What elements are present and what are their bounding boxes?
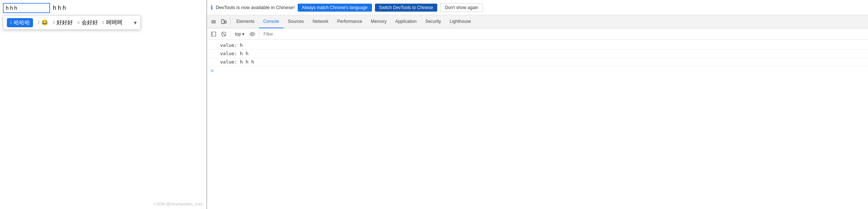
toolbar-separator: [230, 31, 231, 37]
input-area: h h h: [3, 3, 66, 13]
devtools-tabs-bar: Elements Console Sources Network Perform…: [207, 15, 868, 28]
console-line-1: value: h: [207, 41, 868, 50]
autocomplete-arrow[interactable]: ▾: [134, 19, 137, 26]
console-prompt[interactable]: >: [207, 66, 868, 75]
item-num-5: 5: [102, 20, 104, 25]
tab-network[interactable]: Network: [308, 15, 333, 28]
autocomplete-item-1[interactable]: 1 哈哈哈: [7, 18, 33, 27]
svg-rect-3: [222, 20, 224, 24]
svg-rect-6: [211, 32, 213, 36]
autocomplete-item-3[interactable]: 3 好好好: [53, 19, 73, 26]
input-display: h h h: [53, 5, 66, 11]
svg-line-8: [222, 32, 226, 36]
console-sidebar-toggle[interactable]: [209, 30, 218, 38]
devtools-panel: ℹ DevTools is now available in Chinese! …: [207, 0, 868, 209]
svg-rect-4: [225, 21, 226, 23]
console-line-2: value: h h: [207, 50, 868, 58]
item-num-4: 4: [77, 20, 79, 25]
devtools-settings-icon[interactable]: [208, 17, 219, 27]
console-toolbar: top ▾: [207, 28, 868, 40]
item-num-3: 3: [53, 20, 55, 25]
autocomplete-dropdown: 1 哈哈哈 2 😂 3 好好好 4 会好好 5 呵呵呵 ▾: [3, 15, 141, 30]
browser-page: h h h 1 哈哈哈 2 😂 3 好好好 4 会好好 5 呵呵呵 ▾ CSDN…: [0, 0, 207, 209]
tab-security[interactable]: Security: [421, 15, 445, 28]
tab-console[interactable]: Console: [259, 15, 284, 28]
item-text-2: 😂: [41, 19, 48, 26]
autocomplete-item-2[interactable]: 2 😂: [37, 19, 48, 26]
devtools-device-icon[interactable]: [219, 17, 229, 27]
tab-lighthouse[interactable]: Lighthouse: [445, 15, 475, 28]
console-clear-button[interactable]: [219, 30, 228, 38]
context-arrow-icon: ▾: [242, 32, 244, 37]
tab-memory[interactable]: Memory: [367, 15, 391, 28]
tab-performance[interactable]: Performance: [333, 15, 367, 28]
item-text-1: 哈哈哈: [14, 19, 30, 26]
search-input[interactable]: [3, 3, 50, 13]
filter-input[interactable]: [261, 31, 866, 37]
tab-elements[interactable]: Elements: [232, 15, 259, 28]
tab-application[interactable]: Application: [391, 15, 421, 28]
info-bar: ℹ DevTools is now available in Chinese! …: [207, 0, 868, 15]
context-selector[interactable]: top ▾: [233, 31, 247, 37]
console-line-3: value: h h h: [207, 58, 868, 66]
dont-show-again-button[interactable]: Don't show again: [440, 3, 483, 12]
always-match-language-button[interactable]: Always match Chrome's language: [298, 4, 372, 12]
autocomplete-item-4[interactable]: 4 会好好: [77, 19, 98, 26]
console-eye-button[interactable]: [248, 30, 257, 38]
toolbar-separator-2: [259, 31, 259, 37]
item-num-1: 1: [10, 20, 12, 25]
watermark: CSDN @Heartspoken_man: [154, 202, 203, 206]
context-label: top: [235, 32, 241, 37]
autocomplete-item-5[interactable]: 5 呵呵呵: [102, 19, 123, 26]
prompt-arrow-icon: >: [211, 68, 214, 74]
item-num-2: 2: [37, 20, 40, 25]
item-text-5: 呵呵呵: [106, 19, 123, 26]
svg-rect-2: [211, 22, 216, 23]
svg-rect-1: [211, 21, 216, 22]
tab-separator: [230, 18, 231, 25]
switch-to-chinese-button[interactable]: Switch DevTools to Chinese: [375, 4, 438, 12]
info-message: DevTools is now available in Chinese!: [216, 5, 295, 10]
svg-point-9: [251, 33, 253, 35]
info-icon: ℹ: [211, 4, 213, 11]
console-output: value: h value: h h value: h h h >: [207, 40, 868, 209]
tab-sources[interactable]: Sources: [284, 15, 308, 28]
item-text-4: 会好好: [82, 19, 98, 26]
item-text-3: 好好好: [57, 19, 73, 26]
svg-rect-0: [211, 20, 216, 21]
